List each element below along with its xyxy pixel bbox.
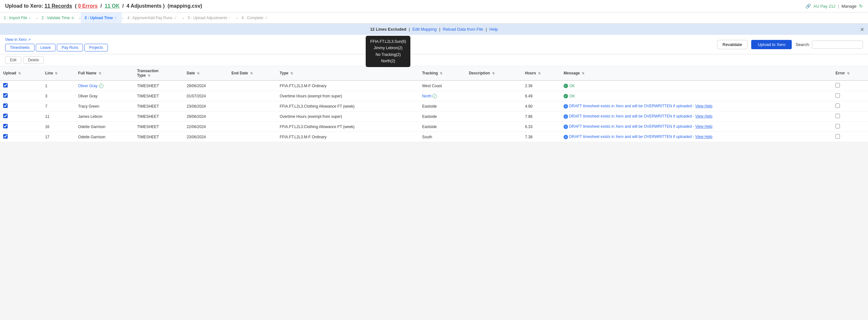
- close-info-button[interactable]: ✕: [860, 26, 864, 32]
- search-input[interactable]: [812, 40, 863, 49]
- draft-message-6: i DRAFT timesheet exists in Xero and wil…: [564, 135, 712, 139]
- header: Upload to Xero: 11 Records ( 0 Errors / …: [0, 0, 868, 12]
- tab-timesheets[interactable]: Timesheets: [5, 44, 34, 51]
- filename: (mapping.csv): [167, 3, 202, 9]
- table-row: 1 Oliver Gray ✓ TIMESHEET 29/06/2024 FFI…: [0, 81, 868, 91]
- upload-checkbox-6[interactable]: [3, 134, 8, 139]
- table-row: 17 Odette Garrison TIMESHEET 23/06/2024 …: [0, 132, 868, 142]
- cell-message-4: i DRAFT timesheet exists in Xero and wil…: [560, 112, 832, 122]
- step-4-icon: ✓: [174, 16, 177, 20]
- cell-desc-3: [466, 101, 522, 112]
- col-transaction-type[interactable]: TransactionType ⇅: [134, 66, 184, 81]
- col-date[interactable]: Date ⇅: [184, 66, 228, 81]
- col-error[interactable]: Error ⇅: [832, 66, 868, 81]
- search-area: Search:: [796, 40, 863, 49]
- col-end-date[interactable]: End Date ⇅: [228, 66, 276, 81]
- tab-projects[interactable]: Projects: [84, 44, 107, 51]
- upload-checkbox-5[interactable]: [3, 124, 8, 128]
- error-checkbox-1[interactable]: [835, 83, 840, 88]
- step-adjustments[interactable]: 5 : Upload Adjustments ↑: [184, 12, 236, 23]
- cell-message-6: i DRAFT timesheet exists in Xero and wil…: [560, 132, 832, 142]
- cell-enddate-1: [228, 81, 276, 91]
- upload-to-xero-button[interactable]: Upload to Xero: [751, 40, 792, 49]
- reload-link[interactable]: Reload Data from File: [443, 27, 483, 32]
- step-upload-time[interactable]: 3 : Upload Time ↑: [81, 12, 122, 23]
- cell-line-1: 1: [42, 81, 75, 91]
- view-xero-label: View in Xero: [5, 37, 27, 42]
- name-link-1[interactable]: Oliver Gray ✓: [78, 84, 131, 88]
- col-upload[interactable]: Upload ⇅: [0, 66, 42, 81]
- header-title: Upload to Xero: 11 Records ( 0 Errors / …: [5, 3, 202, 9]
- step-complete[interactable]: 6 : Complete ✓: [238, 12, 273, 23]
- upload-checkbox-1[interactable]: [3, 83, 8, 88]
- upload-checkbox-3[interactable]: [3, 104, 8, 108]
- error-checkbox-4[interactable]: [835, 114, 840, 118]
- north-link[interactable]: North: [422, 94, 431, 98]
- cell-type-2: TIMESHEET: [134, 91, 184, 101]
- view-in-xero-link[interactable]: View in Xero ↗: [5, 37, 108, 42]
- cell-date-4: 29/06/2024: [184, 112, 228, 122]
- cell-paytype-1: FFIA.FT.L2L3.M-F Ordinary: [277, 81, 419, 91]
- error-checkbox-5[interactable]: [835, 124, 840, 128]
- view-help-link-5[interactable]: View Help: [695, 124, 713, 129]
- header-right: 🔗 AU Pay 21J | Manage ↻: [805, 3, 863, 9]
- table-wrap: Upload ⇅ Line ⇅ Full Name ⇅ TransactionT…: [0, 66, 868, 142]
- delete-button[interactable]: Delete: [23, 56, 44, 64]
- cell-upload-3: [0, 101, 42, 112]
- edit-button[interactable]: Edit: [5, 56, 21, 64]
- col-message[interactable]: Message ⇅: [560, 66, 832, 81]
- col-full-name[interactable]: Full Name ⇅: [75, 66, 134, 81]
- cell-message-1: ✓ OK: [560, 81, 832, 91]
- info-icon-3: i: [564, 104, 568, 109]
- cell-type-1: TIMESHEET: [134, 81, 184, 91]
- col-tracking[interactable]: Tracking ⇅: [419, 66, 466, 81]
- cell-hours-3: 4.90: [522, 101, 560, 112]
- view-help-link-4[interactable]: View Help: [695, 114, 713, 118]
- ok-count[interactable]: 11 OK: [105, 3, 119, 9]
- step-validate[interactable]: 2 : Validate Time ≡: [38, 12, 79, 23]
- cell-enddate-3: [228, 101, 276, 112]
- manage-link[interactable]: Manage: [841, 4, 857, 9]
- cell-line-5: 16: [42, 122, 75, 132]
- cell-line-6: 17: [42, 132, 75, 142]
- pay-run-link[interactable]: AU Pay 21J: [813, 4, 835, 9]
- view-help-link-6[interactable]: View Help: [695, 135, 713, 139]
- cell-paytype-6: FFIA.FT.L2L3.M-F Ordinary: [277, 132, 419, 142]
- help-link[interactable]: Help: [490, 27, 498, 32]
- error-checkbox-2[interactable]: [835, 93, 840, 98]
- cell-date-5: 22/06/2024: [184, 122, 228, 132]
- info-bar: 12 Lines Excluded FFIA.FT.L2L3.Sun(6) Ji…: [0, 24, 868, 35]
- revalidate-button[interactable]: Revalidate: [717, 40, 747, 49]
- status-ok-1: ✓ OK: [564, 84, 829, 88]
- cell-name-5: Odette Garrison: [75, 122, 134, 132]
- cell-name-1: Oliver Gray ✓: [75, 81, 134, 91]
- cell-desc-5: [466, 122, 522, 132]
- main-table: Upload ⇅ Line ⇅ Full Name ⇅ TransactionT…: [0, 66, 868, 142]
- cell-tracking-3: Eastside: [419, 101, 466, 112]
- step-4-label: 4 : Approve/Add Pay Runs: [127, 16, 172, 20]
- step-2-label: 2 : Validate Time: [41, 16, 70, 20]
- step-1-icon: ↓: [29, 16, 31, 20]
- error-checkbox-3[interactable]: [835, 104, 840, 108]
- col-type[interactable]: Type ⇅: [277, 66, 419, 81]
- tab-pay-runs[interactable]: Pay Runs: [57, 44, 83, 51]
- refresh-icon[interactable]: ↻: [859, 3, 863, 9]
- col-line[interactable]: Line ⇅: [42, 66, 75, 81]
- errors-count[interactable]: 0 Errors: [78, 3, 98, 9]
- cell-enddate-6: [228, 132, 276, 142]
- cell-line-2: 3: [42, 91, 75, 101]
- ok-icon-1: ✓: [564, 84, 568, 88]
- step-approve[interactable]: 4 : Approve/Add Pay Runs ✓: [124, 12, 182, 23]
- toolbar-left: View in Xero ↗ Timesheets Leave Pay Runs…: [5, 37, 108, 51]
- upload-checkbox-2[interactable]: [3, 93, 8, 98]
- col-description[interactable]: Description ⇅: [466, 66, 522, 81]
- upload-checkbox-4[interactable]: [3, 114, 8, 118]
- cell-hours-2: 6.49: [522, 91, 560, 101]
- error-checkbox-6[interactable]: [835, 134, 840, 139]
- step-import[interactable]: 1 : Import File ↓: [0, 12, 36, 23]
- cell-date-1: 29/06/2024: [184, 81, 228, 91]
- tab-leave[interactable]: Leave: [36, 44, 56, 51]
- edit-mapping-link[interactable]: Edit Mapping: [412, 27, 437, 32]
- col-hours[interactable]: Hours ⇅: [522, 66, 560, 81]
- view-help-link-3[interactable]: View Help: [695, 104, 713, 108]
